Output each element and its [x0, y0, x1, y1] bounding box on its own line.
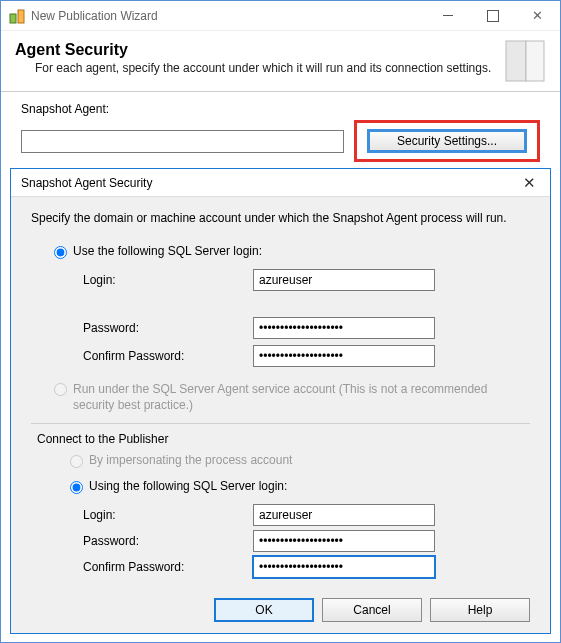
radio-use-sql-login[interactable]: Use the following SQL Server login:	[49, 243, 530, 259]
confirm-password-label: Confirm Password:	[83, 349, 253, 363]
radio-use-sql-login-input[interactable]	[54, 246, 67, 259]
snapshot-agent-account-field[interactable]	[21, 130, 344, 153]
header-graphic-icon	[500, 37, 550, 85]
window-controls	[425, 1, 560, 30]
dialog-title: Snapshot Agent Security	[21, 176, 514, 190]
publisher-login-label: Login:	[83, 508, 253, 522]
dialog-button-row: OK Cancel Help	[11, 592, 550, 632]
maximize-button[interactable]	[470, 1, 515, 30]
highlight-annotation: Security Settings...	[354, 120, 540, 162]
ok-button[interactable]: OK	[214, 598, 314, 622]
radio-run-under-agent-account-label: Run under the SQL Server Agent service a…	[73, 381, 530, 413]
page-title: Agent Security	[15, 41, 494, 59]
password-field[interactable]	[253, 317, 435, 339]
radio-run-under-agent-account-input	[54, 383, 67, 396]
radio-use-sql-login-label: Use the following SQL Server login:	[73, 244, 262, 258]
publisher-password-field[interactable]	[253, 530, 435, 552]
svg-rect-2	[506, 41, 526, 81]
login-field[interactable]	[253, 269, 435, 291]
security-settings-button[interactable]: Security Settings...	[367, 129, 527, 153]
radio-publisher-sql-login[interactable]: Using the following SQL Server login:	[65, 478, 530, 494]
snapshot-agent-security-dialog: Snapshot Agent Security ✕ Specify the do…	[10, 168, 551, 634]
dialog-titlebar: Snapshot Agent Security ✕	[11, 169, 550, 197]
password-label: Password:	[83, 321, 253, 335]
wizard-icon	[9, 8, 25, 24]
publisher-confirm-password-field[interactable]	[253, 556, 435, 578]
minimize-button[interactable]	[425, 1, 470, 30]
radio-publisher-sql-login-input[interactable]	[70, 481, 83, 494]
svg-rect-3	[526, 41, 544, 81]
page-description: For each agent, specify the account unde…	[15, 61, 494, 75]
help-button[interactable]: Help	[430, 598, 530, 622]
titlebar: New Publication Wizard	[1, 1, 560, 31]
window-title: New Publication Wizard	[31, 9, 425, 23]
svg-rect-1	[18, 10, 24, 23]
connect-publisher-group-label: Connect to the Publisher	[37, 432, 530, 446]
separator	[31, 423, 530, 424]
close-button[interactable]	[515, 1, 560, 30]
svg-rect-0	[10, 14, 16, 23]
radio-publisher-sql-login-label: Using the following SQL Server login:	[89, 479, 287, 493]
login-label: Login:	[83, 273, 253, 287]
confirm-password-field[interactable]	[253, 345, 435, 367]
wizard-header: Agent Security For each agent, specify t…	[1, 31, 560, 92]
radio-run-under-agent-account: Run under the SQL Server Agent service a…	[49, 381, 530, 413]
radio-impersonate-label: By impersonating the process account	[89, 453, 292, 467]
snapshot-agent-label: Snapshot Agent:	[21, 102, 540, 116]
radio-impersonate-input	[70, 455, 83, 468]
publisher-login-field[interactable]	[253, 504, 435, 526]
publisher-password-label: Password:	[83, 534, 253, 548]
cancel-button[interactable]: Cancel	[322, 598, 422, 622]
publisher-confirm-password-label: Confirm Password:	[83, 560, 253, 574]
dialog-intro: Specify the domain or machine account un…	[31, 211, 530, 225]
radio-impersonate: By impersonating the process account	[65, 452, 530, 468]
dialog-close-button[interactable]: ✕	[514, 174, 544, 192]
